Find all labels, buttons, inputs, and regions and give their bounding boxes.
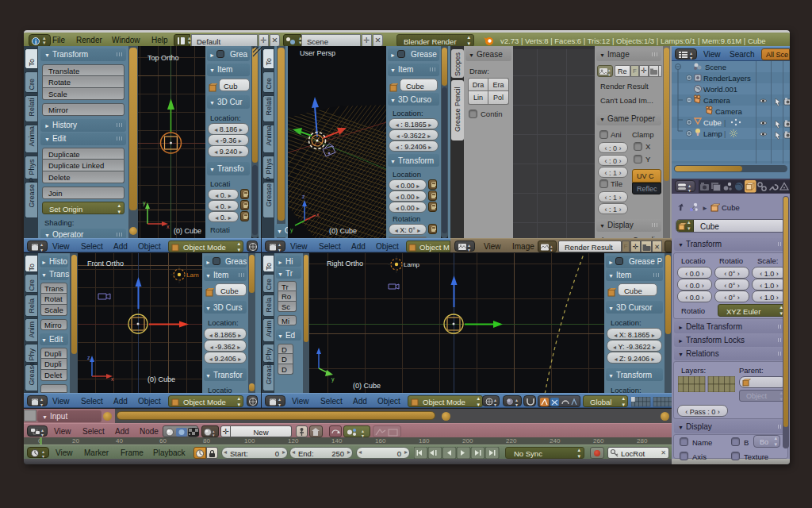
- svg-text:Lam: Lam: [186, 271, 199, 279]
- svg-text:▴: ▴: [278, 242, 281, 247]
- svg-text:x: x: [167, 224, 170, 229]
- svg-text:Lamp: Lamp: [703, 129, 722, 138]
- svg-text:▴: ▴: [42, 449, 44, 454]
- svg-text:▴: ▴: [362, 429, 364, 433]
- svg-text:Cube: Cube: [722, 203, 740, 212]
- svg-text:Scopes: Scopes: [454, 52, 462, 76]
- svg-text:▾: ▾: [494, 402, 496, 407]
- svg-text:y: y: [143, 200, 146, 206]
- svg-text:▾: ▾: [40, 402, 43, 407]
- svg-text:(0) Cube: (0) Cube: [174, 227, 201, 235]
- svg-text:Right Ortho: Right Ortho: [327, 260, 363, 267]
- svg-text:Top Ortho: Top Ortho: [147, 54, 179, 62]
- svg-text:▴: ▴: [40, 397, 43, 402]
- svg-text:▴: ▴: [40, 242, 43, 247]
- svg-text:Cube: Cube: [703, 118, 722, 127]
- svg-text:▾: ▾: [278, 248, 281, 252]
- svg-text:Front Ortho: Front Ortho: [87, 260, 124, 267]
- svg-text:Camera: Camera: [703, 96, 731, 105]
- svg-text:RenderLayers: RenderLayers: [703, 74, 751, 83]
- svg-text:Lamp: Lamp: [404, 261, 420, 268]
- svg-text:▴: ▴: [688, 183, 691, 188]
- svg-text:▴: ▴: [468, 243, 470, 248]
- svg-text:y: y: [290, 227, 293, 233]
- svg-text:x: x: [111, 376, 114, 382]
- svg-text:▾: ▾: [688, 188, 691, 192]
- svg-text:Camera: Camera: [715, 107, 743, 116]
- svg-text:World.001: World.001: [703, 85, 737, 94]
- svg-text:▴: ▴: [494, 398, 496, 402]
- svg-text:►: ►: [702, 205, 708, 212]
- svg-text:Grease Pencil: Grease Pencil: [454, 87, 462, 132]
- svg-text:Scene: Scene: [705, 63, 726, 71]
- svg-text:▴: ▴: [41, 428, 44, 433]
- svg-text:▾: ▾: [40, 248, 43, 252]
- svg-text:|: |: [724, 119, 726, 127]
- svg-text:z: z: [302, 194, 305, 199]
- svg-text:▾: ▾: [550, 248, 553, 252]
- svg-text:|: |: [724, 130, 726, 138]
- svg-text:z: z: [87, 355, 90, 360]
- svg-text:(0) Cube: (0) Cube: [329, 227, 357, 235]
- svg-text:x: x: [316, 212, 320, 217]
- svg-text:▴: ▴: [278, 397, 281, 402]
- svg-text:▴: ▴: [515, 398, 518, 402]
- svg-text:▾: ▾: [278, 402, 281, 407]
- svg-text:(0) Cube: (0) Cube: [147, 375, 175, 383]
- svg-text:▾: ▾: [690, 56, 692, 60]
- svg-text:(0) Cube: (0) Cube: [353, 382, 381, 390]
- svg-text:▾: ▾: [515, 402, 518, 407]
- svg-text:▾: ▾: [608, 72, 611, 77]
- svg-text:y: y: [331, 376, 335, 383]
- svg-text:User Persp: User Persp: [300, 49, 335, 57]
- svg-text:▾: ▾: [468, 248, 470, 252]
- svg-text:▴: ▴: [690, 51, 692, 56]
